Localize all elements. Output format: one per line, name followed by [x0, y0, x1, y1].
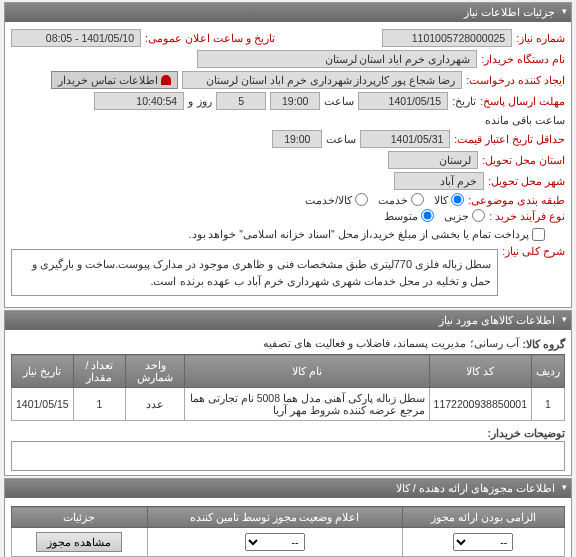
remain-sublabel: ساعت باقی مانده — [485, 114, 565, 127]
buyer-comments-label: توضیحات خریدار: — [488, 427, 565, 439]
credit-time-field: 19:00 — [272, 130, 322, 148]
requester-label: ایجاد کننده درخواست: — [466, 74, 565, 86]
province-field: لرستان — [388, 151, 478, 169]
buyer-contact-button[interactable]: اطلاعات تماس خریدار — [51, 71, 178, 89]
category-label: طبقه بندی موضوعی: — [468, 194, 565, 206]
process-radio-group: جزیی متوسط — [384, 209, 485, 222]
desc-box: سطل زباله فلزی 770لیتری طبق مشخصات فنی و… — [11, 249, 498, 296]
col-status: اعلام وضعیت مجوز توسط تامین کننده — [147, 507, 402, 528]
license-table: الزامی بودن ارائه مجوز اعلام وضعیت مجوز … — [11, 506, 565, 557]
category-radio-group: کالا خدمت کالا/خدمت — [305, 193, 464, 206]
radio-medium-input[interactable] — [421, 209, 434, 222]
radio-goods[interactable]: کالا — [434, 193, 464, 206]
payment-checkbox[interactable] — [532, 228, 545, 241]
credit-date-field: 1401/05/31 — [360, 130, 450, 148]
time-sublabel: ساعت — [324, 95, 354, 108]
and-sublabel: و — [188, 95, 193, 108]
col-date: تاریخ نیاز — [12, 355, 74, 388]
cell-name: سطل زباله پارکی آهنی مدل هما 5008 نام تج… — [184, 388, 429, 421]
radio-small[interactable]: جزیی — [444, 209, 485, 222]
panel-title-goods: اطلاعات کالاهای مورد نیاز — [439, 314, 555, 326]
panel-header-goods[interactable]: اطلاعات کالاهای مورد نیاز — [5, 311, 571, 330]
goods-group-value: آب رسانی؛ مدیریت پسماند، فاضلاب و فعالیت… — [263, 337, 518, 350]
goods-table: ردیف کد کالا نام کالا واحد شمارش تعداد /… — [11, 354, 565, 421]
col-row: ردیف — [532, 355, 565, 388]
time-sublabel2: ساعت — [326, 133, 356, 146]
col-code: کد کالا — [429, 355, 531, 388]
license-panel: اطلاعات مجوزهای ارائه دهنده / کالا الزام… — [4, 478, 572, 557]
city-field: خرم آباد — [394, 172, 484, 190]
radio-goods-input[interactable] — [451, 193, 464, 206]
table-row[interactable]: 1 1172200938850001 سطل زباله پارکی آهنی … — [12, 388, 565, 421]
cell-code: 1172200938850001 — [429, 388, 531, 421]
cell-mandatory: -- — [402, 528, 564, 557]
public-date-field: 1401/05/10 - 08:05 — [11, 29, 141, 47]
radio-service[interactable]: خدمت — [378, 193, 424, 206]
panel-body-license: الزامی بودن ارائه مجوز اعلام وضعیت مجوز … — [5, 498, 571, 557]
remain-time-field: 10:40:54 — [94, 92, 184, 110]
need-details-panel: جزئیات اطلاعات نیاز شماره نیاز: 11010057… — [4, 2, 572, 308]
contact-btn-label: اطلاعات تماس خریدار — [58, 74, 158, 86]
radio-goods-label: کالا — [434, 194, 448, 206]
cell-idx: 1 — [532, 388, 565, 421]
request-number-field: 1101005728000025 — [382, 29, 512, 47]
cell-status: -- — [147, 528, 402, 557]
desc-label: شرح کلی نیاز: — [502, 245, 565, 257]
credit-deadline-label: حداقل تاریخ اعتبار قیمت: — [454, 133, 565, 145]
city-label: شهر محل تحویل: — [488, 175, 565, 187]
buyer-comments-box — [11, 441, 565, 471]
col-unit: واحد شمارش — [126, 355, 185, 388]
panel-body-goods: گروه کالا: آب رسانی؛ مدیریت پسماند، فاضل… — [5, 330, 571, 475]
radio-medium[interactable]: متوسط — [384, 209, 434, 222]
panel-header-need[interactable]: جزئیات اطلاعات نیاز — [5, 3, 571, 22]
radio-both-label: کالا/خدمت — [305, 194, 352, 206]
answer-date-field: 1401/05/15 — [358, 92, 448, 110]
goods-group-label: گروه کالا: — [523, 338, 565, 350]
radio-both-input[interactable] — [355, 193, 368, 206]
panel-title: جزئیات اطلاعات نیاز — [464, 6, 555, 18]
user-icon — [161, 75, 171, 85]
panel-body-need: شماره نیاز: 1101005728000025 تاریخ و ساع… — [5, 22, 571, 307]
buyer-device-field: شهرداری خرم اباد استان لرستان — [197, 50, 477, 68]
day-sublabel: روز — [197, 95, 212, 108]
goods-header-row: ردیف کد کالا نام کالا واحد شمارش تعداد /… — [12, 355, 565, 388]
radio-service-input[interactable] — [411, 193, 424, 206]
public-date-label: تاریخ و ساعت اعلان عمومی: — [145, 32, 275, 44]
status-select[interactable]: -- — [245, 533, 305, 551]
days-field: 5 — [216, 92, 266, 110]
license-header-row: الزامی بودن ارائه مجوز اعلام وضعیت مجوز … — [12, 507, 565, 528]
buyer-device-label: نام دستگاه خریدار: — [481, 53, 565, 65]
request-number-label: شماره نیاز: — [516, 32, 565, 44]
col-mandatory: الزامی بودن ارائه مجوز — [402, 507, 564, 528]
panel-title-license: اطلاعات مجوزهای ارائه دهنده / کالا — [396, 482, 555, 494]
answer-time-field: 19:00 — [270, 92, 320, 110]
col-details: جزئیات — [12, 507, 148, 528]
cell-date: 1401/05/15 — [12, 388, 74, 421]
col-name: نام کالا — [184, 355, 429, 388]
payment-check[interactable]: پرداخت تمام یا بخشی از مبلغ خرید،از محل … — [189, 226, 545, 242]
payment-note: پرداخت تمام یا بخشی از مبلغ خرید،از محل … — [189, 228, 529, 240]
col-qty: تعداد / مقدار — [73, 355, 126, 388]
radio-small-label: جزیی — [444, 210, 469, 222]
radio-medium-label: متوسط — [384, 210, 418, 222]
radio-both[interactable]: کالا/خدمت — [305, 193, 368, 206]
answer-deadline-label: مهلت ارسال پاسخ: — [480, 95, 565, 107]
license-row: -- -- مشاهده مجوز — [12, 528, 565, 557]
date-sublabel: تاریخ: — [452, 95, 476, 108]
radio-service-label: خدمت — [378, 194, 408, 206]
buy-process-label: نوع فرآیند خرید : — [489, 210, 565, 222]
mandatory-select[interactable]: -- — [453, 533, 513, 551]
province-label: استان محل تحویل: — [482, 154, 565, 166]
cell-unit: عدد — [126, 388, 185, 421]
cell-details: مشاهده مجوز — [12, 528, 148, 557]
cell-qty: 1 — [73, 388, 126, 421]
radio-small-input[interactable] — [472, 209, 485, 222]
requester-field: رضا شجاع پور کارپرداز شهرداری خرم اباد ا… — [182, 71, 462, 89]
goods-panel: اطلاعات کالاهای مورد نیاز گروه کالا: آب … — [4, 310, 572, 476]
view-license-button[interactable]: مشاهده مجوز — [36, 532, 122, 552]
panel-header-license[interactable]: اطلاعات مجوزهای ارائه دهنده / کالا — [5, 479, 571, 498]
